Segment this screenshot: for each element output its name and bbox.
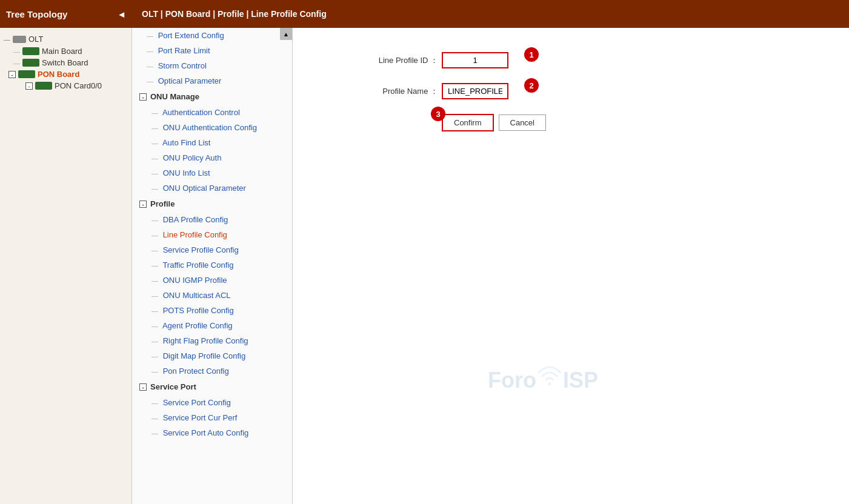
nav-item-storm-control[interactable]: — Storm Control: [132, 58, 292, 73]
collapse-arrow-icon[interactable]: ◄: [117, 9, 126, 19]
nav-item-right-flag-profile-config[interactable]: — Right Flag Profile Config: [132, 333, 292, 348]
tree-label-olt: OLT: [28, 35, 43, 44]
nav-item-line-profile-config[interactable]: — Line Profile Config: [132, 227, 292, 242]
cancel-button[interactable]: Cancel: [499, 114, 546, 131]
nav-item-traffic-profile-config[interactable]: — Traffic Profile Config: [132, 257, 292, 273]
line-profile-id-input[interactable]: [442, 52, 508, 68]
minus-box-onu[interactable]: -: [139, 93, 147, 101]
step-badge-3: 3: [431, 107, 445, 121]
sidebar-title: Tree Topology: [6, 9, 67, 19]
tree-label-main-board: Main Board: [42, 47, 82, 56]
switch-board-icon: [22, 59, 39, 67]
minus-box-pon[interactable]: -: [8, 71, 16, 78]
tree-label-switch-board: Switch Board: [42, 58, 88, 67]
nav-section-profile: - Profile: [132, 196, 292, 212]
nav-item-port-rate[interactable]: — Port Rate Limit: [132, 43, 292, 58]
nav-item-onu-auth-config[interactable]: — ONU Authentication Config: [132, 120, 292, 135]
nav-item-optical-parameter[interactable]: — Optical Parameter: [132, 73, 292, 88]
tree-item-pon-card[interactable]: - PON Card0/0: [25, 80, 128, 91]
nav-item-pon-protect-config[interactable]: — Pon Protect Config: [132, 363, 292, 379]
nav-item-dba-profile-config[interactable]: — DBA Profile Config: [132, 212, 292, 227]
tree-item-olt[interactable]: — OLT: [4, 33, 128, 45]
breadcrumb: OLT | PON Board | Profile | Line Profile…: [142, 9, 327, 19]
pon-card-icon: [35, 82, 52, 90]
confirm-button[interactable]: Confirm: [442, 114, 494, 131]
nav-item-service-port-auto-config[interactable]: — Service Port Auto Config: [132, 425, 292, 440]
minus-box-pon-card[interactable]: -: [25, 82, 33, 90]
step-badge-1: 1: [524, 47, 539, 62]
profile-name-label: Profile Name ：: [329, 86, 438, 97]
nav-item-service-profile-config[interactable]: — Service Profile Config: [132, 242, 292, 257]
watermark-isp: ISP: [563, 368, 598, 393]
nav-item-auth-control[interactable]: — Authentication Control: [132, 105, 292, 120]
form-row-line-profile-id: Line Profile ID ： 1: [329, 52, 508, 68]
watermark-wifi-icon: [538, 365, 562, 395]
pon-board-icon: [18, 70, 35, 78]
nav-item-onu-info-list[interactable]: — ONU Info List: [132, 165, 292, 181]
main-board-icon: [22, 47, 39, 55]
nav-item-digit-map-profile-config[interactable]: — Digit Map Profile Config: [132, 348, 292, 363]
nav-section-service-port: - Service Port: [132, 379, 292, 395]
page-header: OLT | PON Board | Profile | Line Profile…: [132, 0, 849, 28]
minus-box-profile[interactable]: -: [139, 201, 147, 208]
svg-point-0: [548, 383, 551, 386]
nav-item-onu-igmp-profile[interactable]: — ONU IGMP Profile: [132, 273, 292, 288]
tree-label-pon-card: PON Card0/0: [55, 81, 102, 90]
tree-label-pon-board: PON Board: [38, 70, 79, 79]
nav-panel: ▲ — Port Extend Config — Port Rate Limit…: [132, 28, 293, 504]
sidebar: — OLT — Main Board — Switch Board - PON …: [0, 28, 132, 504]
content-area: Foro ISP Line Profile ID ： 1: [293, 28, 849, 504]
profile-name-input[interactable]: [442, 83, 508, 99]
sidebar-header: Tree Topology ◄: [0, 0, 132, 28]
watermark: Foro ISP: [488, 365, 598, 395]
form-row-buttons: Confirm Cancel 3: [442, 114, 546, 131]
tree-item-pon-board[interactable]: - PON Board: [8, 68, 128, 80]
nav-item-onu-optical-parameter[interactable]: — ONU Optical Parameter: [132, 181, 292, 196]
scroll-up-button[interactable]: ▲: [280, 28, 292, 40]
tree-item-switch-board[interactable]: — Switch Board: [13, 57, 128, 68]
tree-item-main-board[interactable]: — Main Board: [13, 45, 128, 57]
form-row-profile-name: Profile Name ： 2: [329, 83, 508, 99]
minus-box-service-port[interactable]: -: [139, 383, 147, 391]
nav-section-onu-manage: - ONU Manage: [132, 88, 292, 105]
nav-item-onu-multicast-acl[interactable]: — ONU Multicast ACL: [132, 288, 292, 303]
nav-item-service-port-cur-perf[interactable]: — Service Port Cur Perf: [132, 410, 292, 425]
nav-item-onu-policy-auth[interactable]: — ONU Policy Auth: [132, 150, 292, 165]
line-profile-id-label: Line Profile ID ：: [329, 55, 438, 66]
nav-item-port-extend-config[interactable]: — Port Extend Config: [132, 28, 292, 43]
nav-item-service-port-config[interactable]: — Service Port Config: [132, 395, 292, 410]
step-badge-2: 2: [524, 78, 539, 93]
nav-item-agent-profile-config[interactable]: — Agent Profile Config: [132, 318, 292, 333]
watermark-foro: Foro: [488, 368, 536, 393]
nav-item-pots-profile-config[interactable]: — POTS Profile Config: [132, 303, 292, 318]
nav-item-auto-find-list[interactable]: — Auto Find List: [132, 135, 292, 150]
olt-icon: [13, 36, 26, 43]
